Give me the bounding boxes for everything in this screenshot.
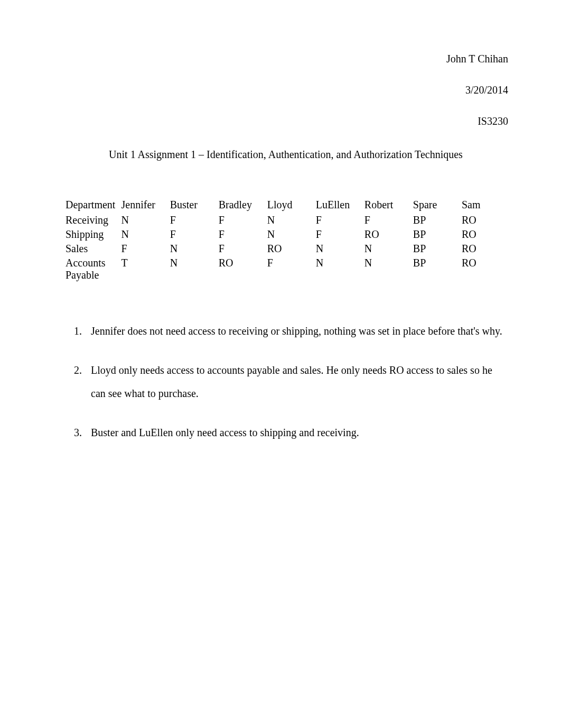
cell: N bbox=[314, 256, 362, 282]
col-header: Sam bbox=[460, 198, 508, 213]
cell: RO bbox=[362, 227, 411, 242]
cell: N bbox=[168, 256, 217, 282]
cell: F bbox=[265, 256, 314, 282]
cell: F bbox=[362, 213, 411, 227]
cell: N bbox=[168, 242, 217, 256]
table-row: Receiving N F F N F F BP RO bbox=[63, 213, 508, 227]
cell: N bbox=[265, 213, 314, 227]
col-header: Bradley bbox=[217, 198, 265, 213]
note-item: Lloyd only needs access to accounts paya… bbox=[85, 358, 508, 405]
access-table: Department Jennifer Buster Bradley Lloyd… bbox=[63, 198, 508, 282]
cell: BP bbox=[411, 213, 460, 227]
col-header: LuEllen bbox=[314, 198, 362, 213]
course-code: IS3230 bbox=[63, 115, 508, 127]
cell: N bbox=[265, 227, 314, 242]
cell: BP bbox=[411, 242, 460, 256]
cell: F bbox=[217, 213, 265, 227]
cell: RO bbox=[265, 242, 314, 256]
row-label: Accounts Payable bbox=[63, 256, 119, 282]
table-row: Accounts Payable T N RO F N N BP RO bbox=[63, 256, 508, 282]
row-label: Receiving bbox=[63, 213, 119, 227]
cell: RO bbox=[460, 227, 508, 242]
header-block: John T Chihan 3/20/2014 IS3230 bbox=[63, 53, 508, 127]
cell: RO bbox=[460, 256, 508, 282]
table-header-row: Department Jennifer Buster Bradley Lloyd… bbox=[63, 198, 508, 213]
note-item: Buster and LuEllen only need access to s… bbox=[85, 421, 508, 444]
note-item: Jennifer does not need access to receivi… bbox=[85, 319, 508, 343]
col-header: Lloyd bbox=[265, 198, 314, 213]
cell: F bbox=[168, 227, 217, 242]
document-date: 3/20/2014 bbox=[63, 84, 508, 96]
table-row: Sales F N F RO N N BP RO bbox=[63, 242, 508, 256]
access-table-wrap: Department Jennifer Buster Bradley Lloyd… bbox=[63, 198, 508, 282]
col-header: Buster bbox=[168, 198, 217, 213]
cell: BP bbox=[411, 227, 460, 242]
cell: F bbox=[314, 227, 362, 242]
author-name: John T Chihan bbox=[63, 53, 508, 65]
col-header: Jennifer bbox=[119, 198, 168, 213]
cell: RO bbox=[460, 213, 508, 227]
cell: BP bbox=[411, 256, 460, 282]
cell: N bbox=[314, 242, 362, 256]
cell: T bbox=[119, 256, 168, 282]
cell: N bbox=[119, 227, 168, 242]
cell: F bbox=[217, 227, 265, 242]
table-row: Shipping N F F N F RO BP RO bbox=[63, 227, 508, 242]
row-label: Sales bbox=[63, 242, 119, 256]
row-label: Shipping bbox=[63, 227, 119, 242]
notes-list: Jennifer does not need access to receivi… bbox=[63, 319, 508, 444]
col-header: Spare bbox=[411, 198, 460, 213]
cell: RO bbox=[217, 256, 265, 282]
col-header: Robert bbox=[362, 198, 411, 213]
cell: RO bbox=[460, 242, 508, 256]
col-header: Department bbox=[63, 198, 119, 213]
document-subtitle: Unit 1 Assignment 1 – Identification, Au… bbox=[63, 149, 508, 161]
cell: N bbox=[362, 242, 411, 256]
cell: F bbox=[314, 213, 362, 227]
cell: N bbox=[119, 213, 168, 227]
cell: F bbox=[168, 213, 217, 227]
cell: F bbox=[217, 242, 265, 256]
cell: N bbox=[362, 256, 411, 282]
cell: F bbox=[119, 242, 168, 256]
